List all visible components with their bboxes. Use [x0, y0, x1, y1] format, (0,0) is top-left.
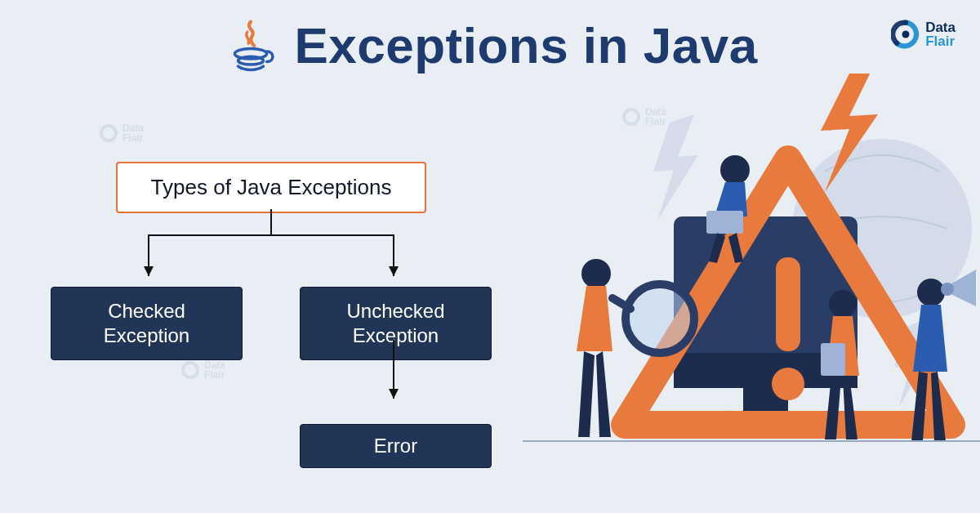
brand-logo-icon	[891, 20, 920, 49]
child-node-checked: Checked Exception	[51, 287, 243, 360]
brand-name-line1: Data	[925, 20, 956, 34]
brand-logo-text: Data Flair	[925, 20, 956, 48]
header: Exceptions in Java	[0, 0, 980, 74]
hierarchy-diagram: Types of Java Exceptions Checked Excepti…	[51, 162, 492, 468]
svg-point-2	[902, 31, 910, 38]
children-row: Checked Exception Unchecked Exception	[51, 287, 492, 360]
svg-point-17	[720, 155, 750, 185]
svg-rect-18	[706, 211, 743, 234]
svg-point-3	[101, 126, 116, 141]
brand-name-line2: Flair	[925, 34, 956, 48]
svg-point-26	[941, 283, 954, 296]
grandchild-node-error: Error	[300, 424, 492, 468]
svg-rect-15	[776, 257, 800, 351]
svg-point-21	[630, 288, 690, 349]
brand-logo: Data Flair	[891, 20, 956, 49]
svg-marker-9	[389, 389, 399, 399]
svg-point-1	[238, 56, 264, 65]
root-node: Types of Java Exceptions	[116, 162, 426, 213]
svg-marker-8	[389, 266, 399, 276]
java-icon	[222, 17, 279, 74]
watermark: DataFlair	[98, 123, 144, 144]
child-node-unchecked: Unchecked Exception	[300, 287, 492, 360]
svg-point-16	[772, 368, 804, 400]
svg-point-25	[917, 279, 945, 306]
svg-point-19	[581, 259, 611, 288]
page-title: Exceptions in Java	[294, 16, 757, 74]
warning-illustration	[498, 74, 980, 513]
svg-marker-7	[144, 266, 154, 276]
svg-rect-24	[821, 343, 845, 376]
grandchild-row: Error	[51, 424, 492, 468]
svg-point-23	[829, 290, 857, 318]
